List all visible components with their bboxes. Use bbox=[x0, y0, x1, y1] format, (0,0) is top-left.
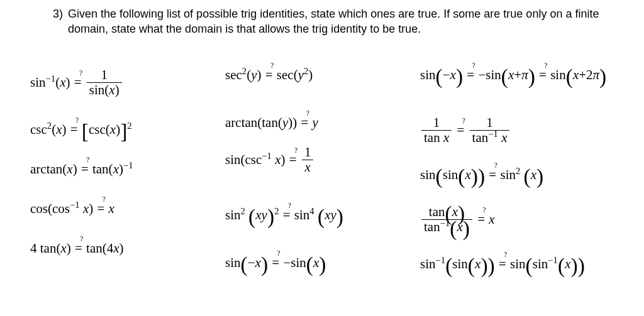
equation: sin(−x) = −sin(x+π) = sin(x+2π) bbox=[420, 62, 644, 88]
question-prompt: 3) Given the following list of possible … bbox=[53, 6, 614, 37]
equation: arctan(x) = tan(x)−1 bbox=[30, 156, 219, 182]
equation: sin−1(x) = 1sin(x) bbox=[30, 62, 219, 103]
equation: tan(x)tan−1(x) = x bbox=[420, 199, 644, 240]
equation: csc2(x) = [csc(x)]2 bbox=[30, 117, 219, 143]
column-2: sec2(y) = sec(y2) arctan(tan(y)) = y sin… bbox=[225, 62, 414, 277]
question-text: Given the following list of possible tri… bbox=[68, 6, 614, 37]
equation: sin−1(sin(x)) = sin(sin−1(x)) bbox=[420, 251, 644, 277]
equation: cos(cos−1 x) = x bbox=[30, 196, 219, 222]
question-number: 3) bbox=[53, 6, 63, 21]
equation: sin(−x) = −sin(x) bbox=[225, 250, 414, 276]
equation-grid: sin−1(x) = 1sin(x) csc2(x) = [csc(x)]2 a… bbox=[30, 62, 614, 277]
equation: sec2(y) = sec(y2) bbox=[225, 62, 414, 88]
equation: sin(csc−1 x) = 1x bbox=[225, 139, 414, 180]
column-1: sin−1(x) = 1sin(x) csc2(x) = [csc(x)]2 a… bbox=[30, 62, 219, 277]
equation: 1tan x = 1tan−1 x bbox=[420, 110, 644, 151]
equation: sin(sin(x)) = sin2 (x) bbox=[420, 162, 644, 188]
equation: 4 tan(x) = tan(4x) bbox=[30, 236, 219, 261]
equation: sin2 (xy)2 = sin4 (xy) bbox=[225, 202, 414, 228]
equation: arctan(tan(y)) = y bbox=[225, 110, 414, 136]
column-3: sin(−x) = −sin(x+π) = sin(x+2π) 1tan x =… bbox=[420, 62, 644, 277]
